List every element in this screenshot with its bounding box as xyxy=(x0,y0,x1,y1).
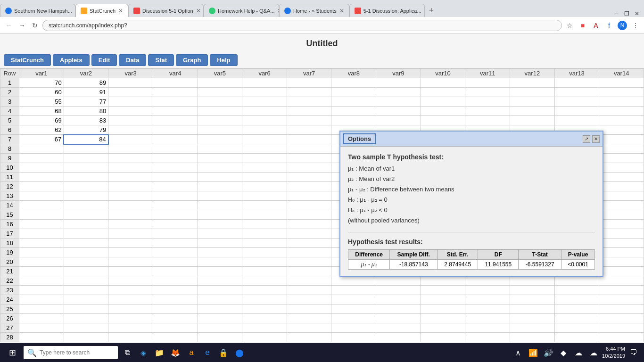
cell-row20-var1[interactable] xyxy=(19,257,64,267)
tab-close-discussion[interactable]: ✕ xyxy=(196,8,201,14)
cell-row28-var13[interactable] xyxy=(554,333,599,342)
cell-row10-var1[interactable] xyxy=(19,163,64,173)
cell-row3-var11[interactable] xyxy=(465,97,510,107)
cell-row15-var14[interactable] xyxy=(599,210,644,220)
cell-row1-var8[interactable] xyxy=(331,78,376,88)
cell-row18-var4[interactable] xyxy=(153,239,198,248)
cell-row2-var10[interactable] xyxy=(421,88,465,97)
cell-row4-var4[interactable] xyxy=(153,107,198,116)
cell-row3-var13[interactable] xyxy=(554,97,599,107)
cell-row28-var2[interactable] xyxy=(64,333,108,342)
cell-row26-var8[interactable] xyxy=(331,314,376,323)
cell-row23-var7[interactable] xyxy=(287,286,331,295)
cell-row24-var11[interactable] xyxy=(465,295,510,304)
cell-row12-var2[interactable] xyxy=(64,182,108,191)
cell-row14-var6[interactable] xyxy=(242,201,287,210)
cell-row14-var1[interactable] xyxy=(19,201,64,210)
cell-row24-var14[interactable] xyxy=(599,295,644,304)
cell-row25-var8[interactable] xyxy=(331,304,376,314)
vpn-icon[interactable]: 🔒 xyxy=(217,346,230,359)
cell-row1-var1[interactable]: 70 xyxy=(19,78,64,88)
cell-row24-var2[interactable] xyxy=(64,295,108,304)
cell-row2-var2[interactable]: 91 xyxy=(64,88,108,97)
cell-row17-var7[interactable] xyxy=(287,229,331,239)
cell-row6-var7[interactable] xyxy=(287,125,331,135)
cell-row16-var4[interactable] xyxy=(153,220,198,229)
cell-row19-var2[interactable] xyxy=(64,248,108,257)
cell-row28-var11[interactable] xyxy=(465,333,510,342)
cell-row10-var6[interactable] xyxy=(242,163,287,173)
cell-row7-var6[interactable] xyxy=(242,135,287,144)
cell-row27-var8[interactable] xyxy=(331,323,376,333)
cell-row23-var2[interactable] xyxy=(64,286,108,295)
cell-row22-var1[interactable] xyxy=(19,276,64,286)
cell-row12-var4[interactable] xyxy=(153,182,198,191)
cell-row8-var4[interactable] xyxy=(153,144,198,154)
task-view-icon[interactable]: ⧉ xyxy=(121,346,134,359)
cell-row13-var14[interactable] xyxy=(599,191,644,201)
cell-row24-var10[interactable] xyxy=(421,295,465,304)
taskbar-time-date[interactable]: 6:44 PM 10/2/2019 xyxy=(602,346,625,360)
cell-row24-var12[interactable] xyxy=(510,295,555,304)
cell-row6-var2[interactable]: 79 xyxy=(64,125,108,135)
cell-row28-var6[interactable] xyxy=(242,333,287,342)
cell-row3-var2[interactable]: 77 xyxy=(64,97,108,107)
cell-row24-var4[interactable] xyxy=(153,295,198,304)
address-input[interactable] xyxy=(42,20,562,31)
cell-row2-var9[interactable] xyxy=(376,88,421,97)
cell-row22-var9[interactable] xyxy=(376,276,421,286)
cell-row8-var7[interactable] xyxy=(287,144,331,154)
cell-row17-var2[interactable] xyxy=(64,229,108,239)
cell-row20-var6[interactable] xyxy=(242,257,287,267)
tab-discussion[interactable]: Discussion 5-1 Option ✕ xyxy=(128,4,204,17)
cell-row13-var5[interactable] xyxy=(198,191,242,201)
cell-row27-var12[interactable] xyxy=(510,323,555,333)
star-icon[interactable]: ☆ xyxy=(565,21,574,30)
cell-row4-var14[interactable] xyxy=(599,107,644,116)
cell-row26-var6[interactable] xyxy=(242,314,287,323)
cell-row7-var7[interactable] xyxy=(287,135,331,144)
cell-row28-var14[interactable] xyxy=(599,333,644,342)
col-header-var2[interactable]: var2 xyxy=(64,69,108,78)
cell-row9-var6[interactable] xyxy=(242,154,287,163)
cell-row5-var3[interactable] xyxy=(108,116,153,125)
cell-row26-var2[interactable] xyxy=(64,314,108,323)
cell-row5-var13[interactable] xyxy=(554,116,599,125)
cell-row4-var9[interactable] xyxy=(376,107,421,116)
cell-row28-var7[interactable] xyxy=(287,333,331,342)
cell-row15-var1[interactable] xyxy=(19,210,64,220)
cell-row23-var5[interactable] xyxy=(198,286,242,295)
cell-row3-var3[interactable] xyxy=(108,97,153,107)
cell-row27-var9[interactable] xyxy=(376,323,421,333)
cell-row5-var11[interactable] xyxy=(465,116,510,125)
cell-row16-var14[interactable] xyxy=(599,220,644,229)
cell-row18-var14[interactable] xyxy=(599,239,644,248)
cell-row15-var7[interactable] xyxy=(287,210,331,220)
cell-row25-var12[interactable] xyxy=(510,304,555,314)
cell-row9-var1[interactable] xyxy=(19,154,64,163)
tab-statcrunch[interactable]: StatCrunch ✕ xyxy=(75,4,128,17)
cell-row8-var1[interactable] xyxy=(19,144,64,154)
cell-row2-var7[interactable] xyxy=(287,88,331,97)
cell-row5-var9[interactable] xyxy=(376,116,421,125)
cell-row8-var14[interactable] xyxy=(599,144,644,154)
cell-row16-var5[interactable] xyxy=(198,220,242,229)
tab-southern[interactable]: Southern New Hampsh... ✕ xyxy=(0,4,75,17)
cell-row28-var3[interactable] xyxy=(108,333,153,342)
cell-row20-var14[interactable] xyxy=(599,257,644,267)
cell-row19-var1[interactable] xyxy=(19,248,64,257)
cell-row15-var5[interactable] xyxy=(198,210,242,220)
cell-row13-var4[interactable] xyxy=(153,191,198,201)
cell-row24-var1[interactable] xyxy=(19,295,64,304)
cell-row22-var3[interactable] xyxy=(108,276,153,286)
cell-row24-var3[interactable] xyxy=(108,295,153,304)
cell-row5-var7[interactable] xyxy=(287,116,331,125)
cell-row7-var3[interactable] xyxy=(108,135,153,144)
cell-row25-var4[interactable] xyxy=(153,304,198,314)
cell-row12-var1[interactable] xyxy=(19,182,64,191)
cell-row27-var2[interactable] xyxy=(64,323,108,333)
cell-row27-var13[interactable] xyxy=(554,323,599,333)
tab-close-statcrunch[interactable]: ✕ xyxy=(118,8,123,14)
cell-row27-var3[interactable] xyxy=(108,323,153,333)
cell-row2-var8[interactable] xyxy=(331,88,376,97)
